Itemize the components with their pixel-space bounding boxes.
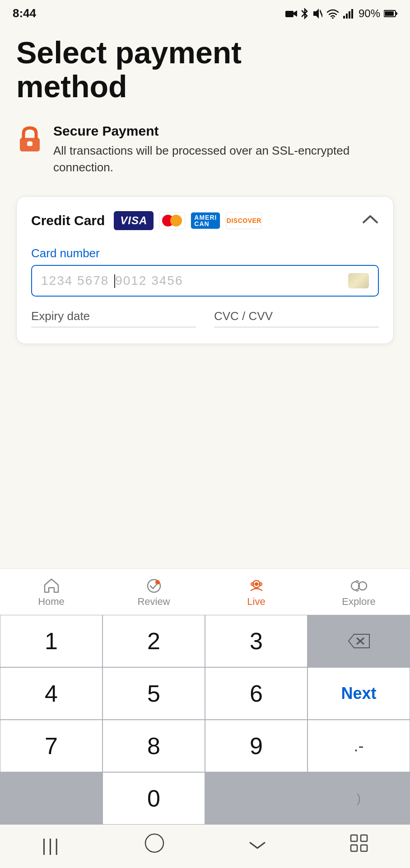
svg-rect-28 bbox=[361, 835, 367, 841]
wifi-icon bbox=[326, 9, 340, 19]
expiry-field[interactable]: Expiry date bbox=[31, 309, 196, 327]
svg-marker-1 bbox=[294, 10, 297, 17]
key-empty-right bbox=[205, 772, 308, 825]
key-1[interactable]: 1 bbox=[0, 615, 102, 667]
nav-bar-apps[interactable] bbox=[350, 834, 368, 857]
keyboard-row-3: 7 8 9 .- bbox=[0, 720, 410, 772]
secure-description: All transactions will be processed over … bbox=[53, 142, 394, 176]
svg-rect-8 bbox=[349, 11, 350, 19]
svg-rect-0 bbox=[285, 11, 294, 17]
signal-icon bbox=[343, 9, 355, 19]
key-0[interactable]: 0 bbox=[102, 772, 205, 825]
svg-rect-30 bbox=[361, 845, 367, 851]
key-next[interactable]: Next bbox=[308, 667, 410, 720]
svg-rect-6 bbox=[343, 16, 345, 19]
nav-bar-back[interactable] bbox=[248, 835, 266, 856]
svg-rect-11 bbox=[396, 12, 397, 15]
visa-brand: VISA bbox=[114, 211, 154, 230]
explore-icon bbox=[350, 578, 368, 593]
expiry-cvc-row: Expiry date CVC / CVV bbox=[31, 309, 379, 327]
card-chip-icon bbox=[348, 273, 369, 288]
key-7[interactable]: 7 bbox=[0, 720, 102, 772]
svg-rect-7 bbox=[346, 14, 348, 19]
svg-rect-27 bbox=[351, 835, 357, 841]
nav-label-live: Live bbox=[247, 596, 265, 608]
expiry-label: Expiry date bbox=[31, 309, 196, 327]
secure-notice: Secure Payment All transactions will be … bbox=[16, 123, 394, 176]
svg-marker-2 bbox=[313, 9, 319, 19]
bluetooth-icon bbox=[301, 8, 309, 19]
svg-point-15 bbox=[28, 141, 31, 144]
nav-label-home: Home bbox=[38, 596, 65, 608]
discover-brand: DISCOVER bbox=[226, 212, 262, 229]
nav-item-home[interactable]: Home bbox=[0, 574, 102, 611]
nav-label-review: Review bbox=[137, 596, 170, 608]
svg-rect-12 bbox=[385, 11, 394, 16]
home-icon bbox=[43, 578, 60, 593]
amex-brand: AMERICAN bbox=[191, 212, 220, 229]
card-header: Credit Card VISA AMERICAN DISCOVER bbox=[31, 211, 379, 230]
key-8[interactable]: 8 bbox=[102, 720, 205, 772]
card-number-label: Card number bbox=[31, 246, 379, 260]
status-icons: 90% bbox=[284, 7, 397, 20]
keyboard-row-1: 1 2 3 bbox=[0, 615, 410, 667]
lock-icon bbox=[16, 125, 43, 152]
nav-label-explore: Explore bbox=[342, 596, 376, 608]
cvc-field[interactable]: CVC / CVV bbox=[214, 309, 379, 327]
bottom-nav: Home Review Live Explore bbox=[0, 568, 410, 615]
keyboard-row-4: 0 ) bbox=[0, 772, 410, 825]
camera-icon bbox=[284, 9, 297, 19]
key-3[interactable]: 3 bbox=[205, 615, 308, 667]
battery-icon bbox=[384, 9, 397, 18]
svg-point-17 bbox=[155, 580, 160, 585]
card-number-placeholder: 1234 5678 9012 3456 bbox=[41, 274, 348, 288]
numeric-keyboard: 1 2 3 4 5 6 Next 7 8 9 .- 0 ) bbox=[0, 615, 410, 825]
review-icon bbox=[146, 578, 162, 593]
svg-line-4 bbox=[320, 10, 322, 17]
card-section: Credit Card VISA AMERICAN DISCOVER Card … bbox=[16, 196, 394, 344]
svg-point-26 bbox=[145, 834, 163, 852]
nav-item-explore[interactable]: Explore bbox=[308, 574, 410, 611]
nav-bar-home[interactable] bbox=[144, 833, 165, 858]
page-title: Select payment method bbox=[16, 36, 394, 104]
cvc-label: CVC / CVV bbox=[214, 309, 379, 327]
mute-icon bbox=[312, 8, 322, 19]
key-9[interactable]: 9 bbox=[205, 720, 308, 772]
key-2[interactable]: 2 bbox=[102, 615, 205, 667]
card-number-input[interactable]: 1234 5678 9012 3456 bbox=[31, 265, 379, 297]
svg-point-19 bbox=[255, 582, 258, 586]
key-symbol[interactable]: .- bbox=[308, 720, 410, 772]
key-comma[interactable]: ) bbox=[308, 772, 410, 825]
svg-rect-29 bbox=[351, 845, 357, 851]
collapse-button[interactable] bbox=[362, 212, 379, 229]
system-nav-bar: ||| bbox=[0, 825, 410, 868]
key-empty-left bbox=[0, 772, 102, 825]
live-icon bbox=[248, 578, 265, 593]
status-bar: 8:44 90% bbox=[0, 0, 410, 25]
key-5[interactable]: 5 bbox=[102, 667, 205, 720]
status-time: 8:44 bbox=[13, 6, 36, 20]
secure-title: Secure Payment bbox=[53, 123, 394, 139]
main-content: Select payment method Secure Payment All… bbox=[0, 25, 410, 568]
mastercard-brand bbox=[159, 212, 185, 229]
battery-text: 90% bbox=[359, 7, 380, 20]
key-6[interactable]: 6 bbox=[205, 667, 308, 720]
nav-item-review[interactable]: Review bbox=[102, 574, 205, 611]
nav-item-live[interactable]: Live bbox=[205, 574, 308, 611]
nav-bar-menu[interactable]: ||| bbox=[42, 836, 61, 855]
keyboard-row-2: 4 5 6 Next bbox=[0, 667, 410, 720]
svg-rect-9 bbox=[351, 9, 353, 19]
svg-point-5 bbox=[332, 17, 334, 19]
key-4[interactable]: 4 bbox=[0, 667, 102, 720]
card-brands: VISA AMERICAN DISCOVER bbox=[114, 211, 354, 230]
card-section-title: Credit Card bbox=[31, 213, 105, 228]
key-backspace[interactable] bbox=[308, 615, 410, 667]
